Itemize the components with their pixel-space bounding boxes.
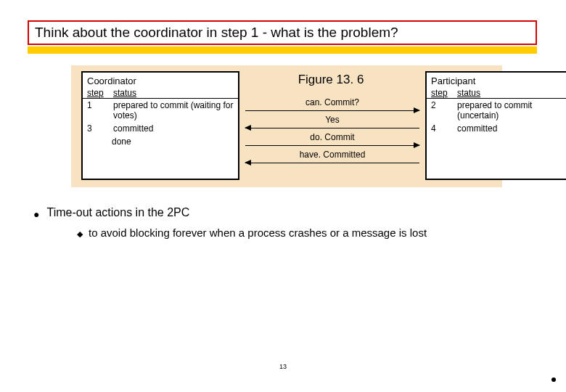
corner-dot-icon	[551, 377, 556, 382]
arrow-right-icon	[245, 110, 419, 111]
participant-header: step status	[427, 88, 566, 99]
arrow-left-icon	[245, 128, 419, 128]
table-row: 1 prepared to commit (waiting for votes)	[83, 99, 238, 122]
bullet-text: Time-out actions in the 2PC	[46, 206, 189, 222]
arrow-left-icon	[245, 163, 419, 163]
msg-cancommit: can. Commit?	[250, 97, 415, 107]
cell-step: 1	[87, 100, 109, 110]
col-step: step	[87, 88, 109, 98]
participant-box: Participant step status 2 prepared to co…	[425, 71, 566, 180]
bullet-diamond-icon: ◆	[77, 226, 83, 241]
slide-title-bar: Think about the coordinator in step 1 - …	[28, 20, 537, 45]
msg-docommit: do. Commit	[250, 132, 415, 142]
col-status: status	[457, 88, 480, 98]
msg-havecommitted: have. Committed	[250, 150, 415, 160]
bullet-list: ● Time-out actions in the 2PC ◆ to avoid…	[33, 206, 537, 241]
col-status: status	[113, 88, 136, 98]
msg-yes: Yes	[250, 115, 415, 125]
table-row: 4 committed	[427, 122, 566, 135]
col-step: step	[431, 88, 453, 98]
title-underline	[28, 46, 537, 54]
arrow-right-icon	[245, 145, 419, 146]
coordinator-title: Coordinator	[83, 73, 238, 88]
cell-step: 3	[87, 123, 109, 134]
slide-title: Think about the coordinator in step 1 - …	[35, 25, 398, 41]
table-row: 2 prepared to commit (uncertain)	[427, 99, 566, 122]
list-item: ● Time-out actions in the 2PC	[33, 206, 537, 222]
cell-step: 2	[431, 100, 453, 110]
coordinator-box: Coordinator step status 1 prepared to co…	[81, 71, 239, 180]
cell-status: prepared to commit (waiting for votes)	[113, 100, 234, 121]
coordinator-done: done	[83, 135, 238, 147]
figure-panel: Figure 13. 6 Coordinator step status 1 p…	[71, 65, 502, 187]
table-row: 3 committed	[83, 122, 238, 135]
figure-label: Figure 13. 6	[248, 73, 414, 87]
cell-status: committed	[113, 123, 234, 134]
bullet-dot-icon: ●	[33, 206, 39, 222]
cell-step: 4	[431, 123, 453, 134]
list-item: ◆ to avoid blocking forever when a proce…	[77, 226, 537, 241]
participant-title: Participant	[427, 73, 566, 88]
page-number: 13	[0, 363, 566, 370]
cell-status: committed	[457, 123, 565, 134]
cell-status: prepared to commit (uncertain)	[457, 100, 565, 121]
coordinator-header: step status	[83, 88, 238, 99]
bullet-text: to avoid blocking forever when a process…	[89, 226, 427, 241]
